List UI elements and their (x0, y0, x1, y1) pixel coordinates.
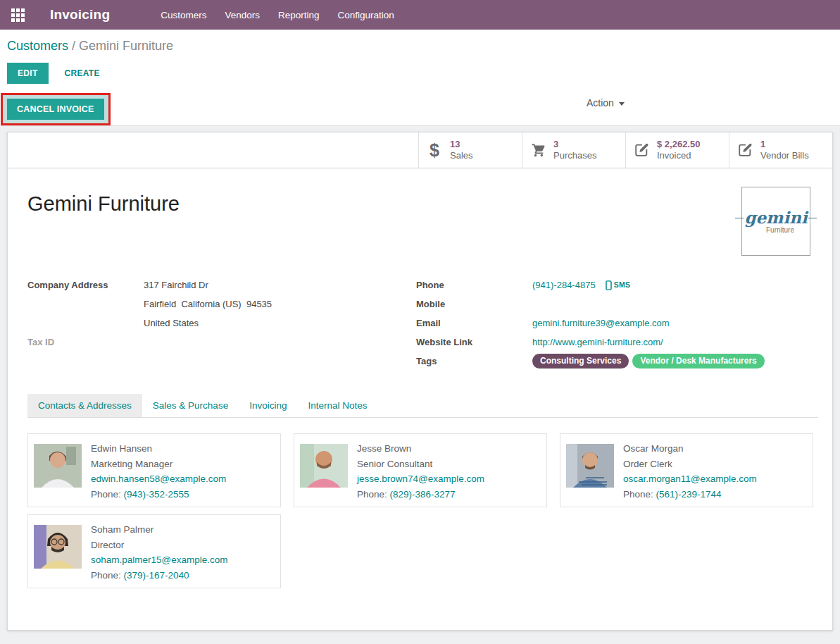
cart-icon (529, 142, 546, 158)
contact-email-link[interactable]: jesse.brown74@example.com (357, 473, 484, 484)
dollar-icon: $ (426, 142, 443, 159)
nav-menu: Customers Vendors Reporting Configuratio… (153, 6, 401, 25)
field-website: Website Link http://www.gemini-furniture… (416, 333, 818, 352)
contact-name: Soham Palmer (91, 522, 228, 538)
breadcrumb-parent[interactable]: Customers (7, 39, 68, 53)
phone-link[interactable]: (941)-284-4875 (532, 275, 596, 295)
contact-email-link[interactable]: edwin.hansen58@example.com (91, 473, 226, 484)
tag-vendor-desk-manufacturers: Vendor / Desk Manufacturers (632, 354, 764, 369)
contact-card-edwin-hansen[interactable]: Edwin Hansen Marketing Manager edwin.han… (27, 433, 281, 507)
purchases-count: 3 (553, 139, 596, 150)
edit-document-icon (633, 142, 650, 158)
app-title[interactable]: Invoicing (50, 7, 110, 23)
nav-item-vendors[interactable]: Vendors (218, 6, 267, 25)
phone-label: Phone (416, 275, 532, 295)
contact-email-link[interactable]: oscar.morgan11@example.com (623, 473, 757, 484)
tax-id-label: Tax ID (27, 333, 144, 352)
contact-job-title: Marketing Manager (91, 457, 226, 472)
website-link[interactable]: http://www.gemini-furniture.com/ (532, 333, 663, 352)
company-address-label: Company Address (27, 275, 144, 295)
contact-phone-link[interactable]: (829)-386-3277 (390, 489, 456, 500)
contact-phone-label: Phone: (91, 489, 124, 500)
nav-item-configuration[interactable]: Configuration (331, 6, 401, 25)
field-tax-id: Tax ID (27, 333, 416, 352)
stat-button-vendor-bills[interactable]: 1 Vendor Bills (729, 132, 832, 168)
tab-invoicing[interactable]: Invoicing (239, 394, 297, 417)
partner-fields: Company Address 317 Fairchild Dr Fairfie… (27, 275, 818, 371)
address-street: 317 Fairchild Dr (144, 275, 208, 295)
contact-photo (34, 525, 82, 569)
contact-card-jesse-brown[interactable]: Jesse Brown Senior Consultant jesse.brow… (294, 433, 547, 507)
tab-sales-purchase[interactable]: Sales & Purchase (142, 394, 239, 417)
chevron-down-icon (619, 102, 625, 106)
mobile-phone-icon (606, 280, 612, 290)
company-logo-script: gemini (744, 209, 807, 225)
purchases-label: Purchases (553, 150, 596, 161)
contact-phone-label: Phone: (357, 489, 390, 500)
field-mobile: Mobile (416, 295, 818, 314)
tags-label: Tags (416, 352, 532, 371)
contact-card-soham-palmer[interactable]: Soham Palmer Director soham.palmer15@exa… (27, 514, 281, 588)
contact-email-link[interactable]: soham.palmer15@example.com (91, 555, 228, 565)
field-company-address: Company Address 317 Fairchild Dr (27, 275, 416, 295)
tab-contacts-addresses[interactable]: Contacts & Addresses (27, 394, 142, 417)
contact-name: Edwin Hansen (91, 441, 226, 457)
field-phone: Phone (941)-284-4875 SMS (416, 275, 818, 295)
contact-job-title: Order Clerk (623, 457, 757, 472)
contact-phone-link[interactable]: (943)-352-2555 (124, 489, 189, 500)
nav-item-reporting[interactable]: Reporting (271, 6, 327, 25)
cancel-invoice-button[interactable]: CANCEL INVOICE (7, 99, 104, 120)
control-buttons: EDIT CREATE (7, 63, 840, 84)
sms-label: SMS (614, 275, 631, 295)
tag-consulting-services: Consulting Services (532, 354, 629, 369)
tab-internal-notes[interactable]: Internal Notes (297, 394, 377, 417)
action-dropdown[interactable]: Action (587, 97, 625, 109)
partner-form-sheet: $ 13 Sales 3 Purchases $ 2,262.50 Invoic… (7, 132, 833, 631)
vendor-bills-label: Vendor Bills (760, 150, 809, 161)
action-dropdown-label: Action (587, 97, 614, 109)
notebook-tabs: Contacts & Addresses Sales & Purchase In… (27, 394, 818, 418)
contact-phone-label: Phone: (623, 489, 656, 500)
vendor-bills-count: 1 (760, 139, 809, 150)
stat-button-sales[interactable]: $ 13 Sales (418, 132, 522, 168)
control-panel: Customers / Gemini Furniture EDIT CREATE… (0, 30, 840, 93)
email-link[interactable]: gemini.furniture39@example.com (532, 314, 670, 333)
statusbar: CANCEL INVOICE (0, 93, 840, 126)
nav-item-customers[interactable]: Customers (153, 6, 213, 25)
edit-document-icon (736, 142, 753, 158)
invoiced-label: Invoiced (657, 150, 700, 161)
stat-button-invoiced[interactable]: $ 2,262.50 Invoiced (625, 132, 729, 168)
contact-job-title: Director (91, 538, 228, 553)
invoiced-amount: $ 2,262.50 (657, 139, 700, 150)
breadcrumb: Customers / Gemini Furniture (7, 39, 840, 54)
create-button[interactable]: CREATE (54, 63, 111, 84)
email-label: Email (416, 314, 532, 333)
contact-name: Jesse Brown (357, 441, 484, 457)
contact-phone-label: Phone: (91, 570, 124, 581)
contact-phone-link[interactable]: (379)-167-2040 (124, 570, 189, 581)
breadcrumb-separator: / (68, 39, 79, 53)
edit-button[interactable]: EDIT (7, 63, 49, 84)
sms-button[interactable]: SMS (606, 275, 631, 295)
company-logo-caption: Furniture (758, 226, 794, 234)
website-link-label: Website Link (416, 333, 532, 352)
field-tags: Tags Consulting Services Vendor / Desk M… (416, 352, 818, 371)
top-navbar: Invoicing Customers Vendors Reporting Co… (0, 0, 840, 30)
contacts-grid: Edwin Hansen Marketing Manager edwin.han… (27, 433, 818, 588)
mobile-label: Mobile (416, 295, 532, 314)
partner-name-title: Gemini Furniture (27, 192, 818, 216)
breadcrumb-current: Gemini Furniture (79, 39, 173, 53)
stat-button-row: $ 13 Sales 3 Purchases $ 2,262.50 Invoic… (8, 132, 832, 168)
sales-label: Sales (450, 150, 473, 161)
contact-phone-link[interactable]: (561)-239-1744 (656, 489, 722, 500)
company-logo: gemini Furniture (741, 187, 810, 256)
contact-name: Oscar Morgan (623, 441, 757, 457)
contact-photo (34, 444, 82, 488)
sales-count: 13 (450, 139, 473, 150)
stat-button-purchases[interactable]: 3 Purchases (522, 132, 625, 168)
apps-menu-icon[interactable] (11, 8, 25, 22)
address-city-state-zip: Fairfield California (US) 94535 (144, 295, 272, 314)
contact-card-oscar-morgan[interactable]: Oscar Morgan Order Clerk oscar.morgan11@… (560, 433, 813, 507)
contact-job-title: Senior Consultant (357, 457, 484, 472)
annotation-highlight: CANCEL INVOICE (1, 93, 111, 125)
